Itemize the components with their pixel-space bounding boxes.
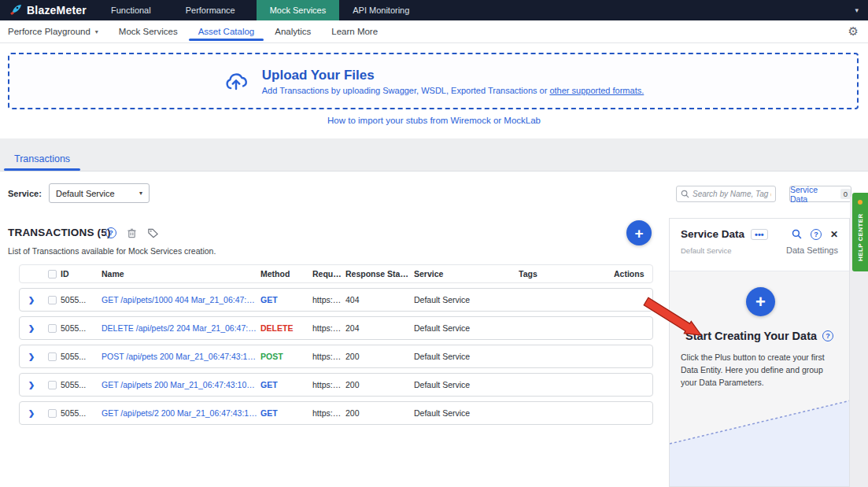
table-row[interactable]: ❯ 5055... POST /api/pets 200 Mar_21_06:4… bbox=[19, 345, 653, 368]
top-nav-bar: BlazeMeter Functional Performance Mock S… bbox=[0, 0, 868, 20]
row-checkbox[interactable] bbox=[48, 296, 57, 304]
top-nav-api-monitoring[interactable]: API Monitoring bbox=[339, 0, 423, 20]
blazemeter-brand[interactable]: BlazeMeter bbox=[0, 0, 98, 20]
transactions-title: TRANSACTIONS (5) bbox=[8, 227, 111, 238]
select-all-checkbox[interactable] bbox=[48, 270, 57, 279]
subnav-mock-services[interactable]: Mock Services bbox=[119, 20, 178, 42]
cell-status: 204 bbox=[345, 323, 414, 333]
col-response-status: Response Status bbox=[345, 269, 414, 279]
search-box bbox=[676, 186, 776, 202]
service-data-button[interactable]: Service Data 0 bbox=[789, 186, 851, 202]
cell-name-link[interactable]: POST /api/pets 200 Mar_21_06:47:43:104 P… bbox=[102, 352, 260, 361]
service-data-count-badge: 0 bbox=[840, 189, 851, 199]
tab-transactions[interactable]: Transactions bbox=[4, 147, 80, 171]
transactions-table: ID Name Method Reque... Response Status … bbox=[19, 264, 653, 425]
cell-name-link[interactable]: GET /api/pets 200 Mar_21_06:47:43:104 PM bbox=[102, 380, 260, 389]
chevron-down-icon: ▾ bbox=[139, 190, 142, 197]
table-row[interactable]: ❯ 5055... DELETE /api/pets/2 204 Mar_21_… bbox=[19, 316, 653, 340]
service-data-panel: Service Data ••• ? ✕ Default Service Dat… bbox=[669, 218, 850, 487]
cell-service: Default Service bbox=[414, 295, 519, 304]
cell-request: https://... bbox=[312, 295, 345, 304]
expand-chevron-icon[interactable]: ❯ bbox=[28, 352, 35, 361]
cell-method: GET bbox=[260, 295, 312, 304]
row-checkbox[interactable] bbox=[48, 381, 57, 389]
trash-icon[interactable] bbox=[127, 227, 137, 238]
row-checkbox[interactable] bbox=[48, 352, 57, 361]
close-icon[interactable]: ✕ bbox=[830, 229, 838, 240]
row-checkbox[interactable] bbox=[48, 409, 57, 418]
cell-id: 5055... bbox=[61, 408, 102, 418]
col-id: ID bbox=[61, 269, 102, 279]
service-label: Service: bbox=[8, 189, 42, 198]
cell-method: GET bbox=[260, 408, 312, 418]
top-nav-functional[interactable]: Functional bbox=[98, 0, 164, 20]
cell-status: 404 bbox=[345, 295, 414, 304]
brand-name: BlazeMeter bbox=[27, 4, 87, 17]
cell-status: 200 bbox=[345, 408, 414, 418]
cloud-upload-icon bbox=[223, 68, 249, 94]
service-select[interactable]: Default Service ▾ bbox=[49, 183, 150, 203]
expand-chevron-icon[interactable]: ❯ bbox=[28, 381, 35, 389]
supported-formats-link[interactable]: other supported formats. bbox=[549, 86, 644, 95]
cell-service: Default Service bbox=[414, 408, 519, 418]
workspace-name: Perforce Playground bbox=[8, 27, 90, 36]
panel-header: Service Data ••• ? ✕ Default Service Dat… bbox=[670, 219, 849, 271]
search-icon[interactable] bbox=[792, 229, 802, 239]
help-icon[interactable]: ? bbox=[811, 229, 822, 240]
service-data-label: Service Data bbox=[790, 185, 837, 204]
cell-method: GET bbox=[260, 380, 312, 389]
top-nav-performance[interactable]: Performance bbox=[172, 0, 249, 20]
upload-dropzone[interactable]: Upload Your Files Add Transactions by up… bbox=[8, 53, 859, 109]
col-request: Reque... bbox=[312, 269, 345, 279]
upload-subtitle: Add Transactions by uploading Swagger, W… bbox=[262, 86, 645, 95]
expand-chevron-icon[interactable]: ❯ bbox=[28, 296, 35, 304]
col-method: Method bbox=[260, 269, 312, 279]
panel-title: Service Data bbox=[681, 228, 744, 240]
col-service: Service bbox=[414, 269, 519, 279]
expand-chevron-icon[interactable]: ❯ bbox=[28, 324, 35, 333]
subnav-learn-more[interactable]: Learn More bbox=[331, 20, 378, 42]
cell-status: 200 bbox=[345, 380, 414, 389]
upload-section: Upload Your Files Add Transactions by up… bbox=[0, 43, 868, 138]
cell-status: 200 bbox=[345, 352, 414, 361]
subnav-asset-catalog[interactable]: Asset Catalog bbox=[198, 20, 255, 42]
panel-service-name: Default Service bbox=[681, 246, 731, 255]
import-stubs-link[interactable]: How to import your stubs from Wiremock o… bbox=[0, 116, 868, 125]
cell-name-link[interactable]: GET /api/pets/2 200 Mar_21_06:47:43:104 … bbox=[102, 408, 260, 418]
add-transaction-button[interactable]: + bbox=[626, 220, 652, 245]
col-actions: Actions bbox=[614, 269, 652, 279]
cell-request: https://... bbox=[312, 352, 345, 361]
help-icon[interactable]: ? bbox=[105, 227, 116, 238]
search-input[interactable] bbox=[693, 190, 771, 198]
data-settings-link[interactable]: Data Settings bbox=[786, 245, 838, 255]
row-checkbox[interactable] bbox=[48, 324, 57, 333]
cell-name-link[interactable]: GET /api/pets/1000 404 Mar_21_06:47:43:1… bbox=[102, 295, 260, 304]
workspace-selector[interactable]: Perforce Playground ▾ bbox=[8, 27, 98, 36]
cell-service: Default Service bbox=[414, 352, 519, 361]
more-options-button[interactable]: ••• bbox=[751, 229, 768, 240]
upload-subtitle-text: Add Transactions by uploading Swagger, W… bbox=[262, 86, 550, 95]
subnav-analytics[interactable]: Analytics bbox=[275, 20, 311, 42]
cell-request: https://... bbox=[312, 408, 345, 418]
help-icon[interactable]: ? bbox=[822, 330, 833, 341]
create-data-plus-button[interactable]: + bbox=[746, 287, 775, 316]
col-tags: Tags bbox=[519, 269, 614, 279]
tab-band: Transactions bbox=[0, 138, 868, 172]
account-caret-icon[interactable]: ▾ bbox=[855, 6, 859, 14]
table-row[interactable]: ❯ 5055... GET /api/pets/1000 404 Mar_21_… bbox=[19, 288, 653, 312]
gear-icon[interactable]: ⚙ bbox=[848, 24, 859, 39]
table-row[interactable]: ❯ 5055... GET /api/pets 200 Mar_21_06:47… bbox=[19, 373, 653, 397]
table-header-row: ID Name Method Reque... Response Status … bbox=[19, 264, 653, 283]
help-center-tab[interactable]: HELP CENTER bbox=[852, 193, 868, 271]
upload-title: Upload Your Files bbox=[262, 68, 645, 83]
cell-name-link[interactable]: DELETE /api/pets/2 204 Mar_21_06:47:43:1… bbox=[102, 323, 260, 333]
table-row[interactable]: ❯ 5055... GET /api/pets/2 200 Mar_21_06:… bbox=[19, 401, 653, 425]
cta-description: Click the Plus button to create your fir… bbox=[681, 352, 840, 389]
blazemeter-logo-icon bbox=[9, 4, 22, 17]
top-nav-mock-services[interactable]: Mock Services bbox=[257, 0, 340, 20]
expand-chevron-icon[interactable]: ❯ bbox=[28, 409, 35, 418]
tag-icon[interactable] bbox=[147, 227, 159, 238]
help-center-label: HELP CENTER bbox=[852, 204, 868, 271]
cell-service: Default Service bbox=[414, 380, 519, 389]
cell-request: https://... bbox=[312, 380, 345, 389]
